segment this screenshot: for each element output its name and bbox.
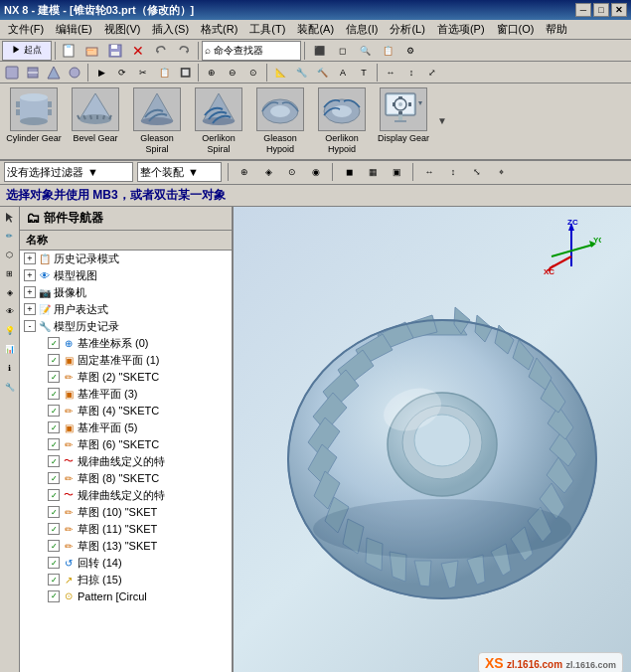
tb2-9[interactable]: 🔲 bbox=[175, 64, 195, 82]
expand-camera[interactable]: + bbox=[24, 286, 36, 298]
tree-item-datum-plane5[interactable]: ✓ ▣ 基准平面 (5) bbox=[20, 420, 232, 436]
redo-btn[interactable] bbox=[173, 41, 195, 61]
tb3[interactable]: 🔍 bbox=[354, 41, 376, 61]
menu-insert[interactable]: 插入(S) bbox=[146, 20, 195, 39]
tb2-10[interactable]: ⊕ bbox=[202, 64, 222, 82]
tree-item-model-history[interactable]: - 🔧 模型历史记录 bbox=[20, 318, 232, 335]
tree-item-sketch8[interactable]: ✓ ✏ 草图 (8) "SKETC bbox=[20, 470, 232, 487]
tb2-1[interactable] bbox=[2, 64, 22, 82]
menu-window[interactable]: 窗口(O) bbox=[491, 20, 541, 39]
save-btn[interactable] bbox=[104, 41, 126, 61]
tb2-5[interactable]: ▶ bbox=[91, 64, 111, 82]
tree-item-sweep15[interactable]: ✓ ↗ 扫掠 (15) bbox=[20, 572, 232, 588]
cb-pattern-circ[interactable]: ✓ bbox=[48, 590, 60, 602]
display-gear-btn[interactable]: Display Gear bbox=[374, 85, 433, 146]
expand-history-mode[interactable]: + bbox=[24, 252, 36, 264]
tree-item-sketch10[interactable]: ✓ ✏ 草图 (10) "SKET bbox=[20, 504, 232, 521]
tree-item-law9[interactable]: ✓ 〜 规律曲线定义的特 bbox=[20, 487, 232, 504]
left-btn-feature[interactable]: ⬡ bbox=[1, 247, 19, 264]
expand-model-history[interactable]: - bbox=[24, 320, 36, 332]
gleason-hypoid-btn[interactable]: Gleason Hypoid bbox=[250, 85, 310, 157]
menu-tools[interactable]: 工具(T) bbox=[243, 20, 291, 39]
cb-law9[interactable]: ✓ bbox=[48, 489, 60, 501]
cylinder-gear-btn[interactable]: Cylinder Gear bbox=[4, 85, 64, 146]
cb-sketch6[interactable]: ✓ bbox=[48, 438, 60, 450]
cb-revolve14[interactable]: ✓ bbox=[48, 557, 60, 569]
cb-datum-plane3[interactable]: ✓ bbox=[48, 388, 60, 400]
cmd-search[interactable]: ⌕ 命令查找器 bbox=[202, 41, 301, 61]
left-btn-select[interactable] bbox=[1, 209, 19, 227]
tb2-11[interactable]: ⊖ bbox=[223, 64, 242, 82]
tree-item-datum-coords[interactable]: ✓ ⊕ 基准坐标系 (0) bbox=[20, 335, 232, 352]
cb-sketch11[interactable]: ✓ bbox=[48, 523, 60, 535]
filter-btn4[interactable]: ◉ bbox=[306, 163, 326, 181]
navigator-tree[interactable]: + 📋 历史记录模式 + 👁 模型视图 + 📷 摄像机 + 📝 用户表达式 bbox=[20, 251, 232, 672]
tb2-12[interactable]: ⊙ bbox=[243, 64, 263, 82]
filter-btn10[interactable]: ⤡ bbox=[467, 163, 487, 181]
menu-assembly[interactable]: 装配(A) bbox=[291, 20, 340, 39]
menu-help[interactable]: 帮助 bbox=[540, 20, 573, 39]
filter-btn2[interactable]: ◈ bbox=[258, 163, 278, 181]
left-btn-render[interactable]: 💡 bbox=[1, 322, 19, 340]
filter-btn8[interactable]: ↔ bbox=[419, 163, 439, 181]
cb-datum-plane5[interactable]: ✓ bbox=[48, 421, 60, 433]
new-btn[interactable] bbox=[59, 41, 80, 61]
filter-btn3[interactable]: ⊙ bbox=[282, 163, 302, 181]
expand-model-views[interactable]: + bbox=[24, 269, 36, 281]
tb2-13[interactable]: 📐 bbox=[270, 64, 290, 82]
maximize-button[interactable]: □ bbox=[593, 3, 609, 17]
close-button[interactable]: ✕ bbox=[611, 3, 627, 17]
left-btn-tools[interactable]: 🔧 bbox=[1, 379, 19, 397]
left-btn-info[interactable]: ℹ bbox=[1, 360, 19, 378]
tree-item-law7[interactable]: ✓ 〜 规律曲线定义的特 bbox=[20, 453, 232, 470]
cb-law7[interactable]: ✓ bbox=[48, 455, 60, 467]
menu-format[interactable]: 格式(R) bbox=[195, 20, 243, 39]
viewport[interactable]: ZC YC XC bbox=[234, 207, 631, 672]
menu-file[interactable]: 文件(F) bbox=[2, 20, 50, 39]
tree-item-user-expr[interactable]: + 📝 用户表达式 bbox=[20, 301, 232, 318]
tb4[interactable]: 📋 bbox=[377, 41, 398, 61]
tb2-8[interactable]: 📋 bbox=[154, 64, 174, 82]
tb2-17[interactable]: T bbox=[354, 64, 374, 82]
tree-item-datum-plane1[interactable]: ✓ ▣ 固定基准平面 (1) bbox=[20, 352, 232, 369]
filter-btn11[interactable]: ⌖ bbox=[491, 163, 511, 181]
bevel-gear-btn[interactable]: Bevel Gear bbox=[66, 85, 125, 146]
tb2-3[interactable] bbox=[44, 64, 64, 82]
tb2-7[interactable]: ✂ bbox=[133, 64, 153, 82]
tree-item-datum-plane3[interactable]: ✓ ▣ 基准平面 (3) bbox=[20, 386, 232, 403]
gleason-spiral-btn[interactable]: Gleason Spiral bbox=[127, 85, 187, 157]
tb2-14[interactable]: 🔧 bbox=[291, 64, 311, 82]
tb5[interactable]: ⚙ bbox=[399, 41, 421, 61]
tb1[interactable]: ⬛ bbox=[308, 41, 330, 61]
left-btn-sketch[interactable]: ✏ bbox=[1, 228, 19, 246]
menu-preferences[interactable]: 首选项(P) bbox=[431, 20, 491, 39]
tree-item-model-views[interactable]: + 👁 模型视图 bbox=[20, 267, 232, 284]
left-btn-assembly[interactable]: ⊞ bbox=[1, 265, 19, 283]
left-btn-surface[interactable]: ◈ bbox=[1, 284, 19, 302]
left-btn-view[interactable]: 👁 bbox=[1, 303, 19, 321]
filter-btn7[interactable]: ▣ bbox=[387, 163, 406, 181]
filter-btn9[interactable]: ↕ bbox=[443, 163, 463, 181]
cb-sweep15[interactable]: ✓ bbox=[48, 574, 60, 586]
tb2-2[interactable] bbox=[23, 64, 43, 82]
filter-btn5[interactable]: ◼ bbox=[339, 163, 359, 181]
menu-analysis[interactable]: 分析(L) bbox=[384, 20, 430, 39]
tb2-19[interactable]: ↕ bbox=[401, 64, 421, 82]
tree-item-sketch11[interactable]: ✓ ✏ 草图 (11) "SKET bbox=[20, 521, 232, 538]
expand-user-expr[interactable]: + bbox=[24, 303, 36, 315]
cb-datum-plane1[interactable]: ✓ bbox=[48, 354, 60, 366]
tree-item-sketch2[interactable]: ✓ ✏ 草图 (2) "SKETC bbox=[20, 369, 232, 386]
cb-sketch8[interactable]: ✓ bbox=[48, 472, 60, 484]
tree-item-pattern-circ[interactable]: ✓ ⊙ Pattern [Circul bbox=[20, 588, 232, 604]
menu-view[interactable]: 视图(V) bbox=[98, 20, 147, 39]
cb-sketch2[interactable]: ✓ bbox=[48, 371, 60, 383]
tb2-15[interactable]: 🔨 bbox=[312, 64, 332, 82]
start-btn[interactable]: ▶ 起点 bbox=[2, 41, 52, 61]
filter-dropdown[interactable]: 没有选择过滤器 ▼ bbox=[4, 162, 133, 182]
tb2-18[interactable]: ↔ bbox=[381, 64, 400, 82]
open-btn[interactable] bbox=[81, 41, 103, 61]
tree-item-revolve14[interactable]: ✓ ↺ 回转 (14) bbox=[20, 555, 232, 572]
gear-toolbar-more[interactable]: ▼ bbox=[437, 115, 447, 126]
tree-item-camera[interactable]: + 📷 摄像机 bbox=[20, 284, 232, 301]
cb-sketch10[interactable]: ✓ bbox=[48, 506, 60, 518]
